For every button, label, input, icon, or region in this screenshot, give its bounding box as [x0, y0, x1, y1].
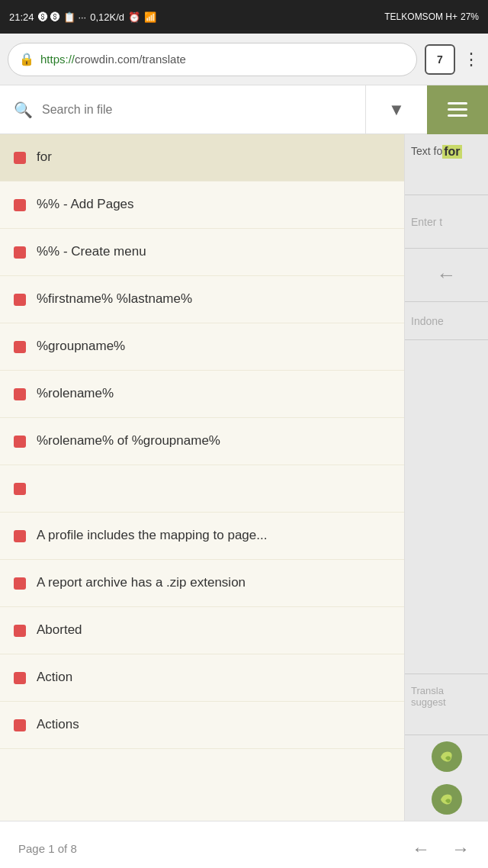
- status-dot: [14, 625, 26, 637]
- list-item[interactable]: %% - Add Pages: [0, 182, 404, 229]
- list-item-text: Action: [37, 669, 72, 686]
- list-item[interactable]: %% - Create menu: [0, 229, 404, 276]
- next-page-button[interactable]: →: [451, 838, 470, 860]
- list-item-text: %% - Create menu: [37, 243, 146, 260]
- list-item-text: A report archive has a .zip extension: [37, 574, 246, 591]
- status-time: 21:24: [9, 11, 34, 23]
- status-bar-left: 21:24 🅢 🅢 📋 ··· 0,12K/d ⏰ 📶: [9, 11, 156, 23]
- footer: Page 1 of 8 ← →: [0, 821, 488, 868]
- text-preview-section: Text fo for: [405, 134, 488, 195]
- translation-list: for %% - Add Pages %% - Create menu %fir…: [0, 134, 404, 821]
- list-item[interactable]: %rolename%: [0, 371, 404, 418]
- status-clock-icon: ⏰: [128, 11, 140, 23]
- browser-menu-button[interactable]: ⋮: [463, 50, 480, 69]
- tab-count-button[interactable]: 7: [425, 44, 455, 75]
- filter-button[interactable]: ▼: [366, 85, 427, 133]
- right-panel: Text fo for Enter t ← Indone Translasugg…: [404, 134, 488, 821]
- status-bar: 21:24 🅢 🅢 📋 ··· 0,12K/d ⏰ 📶 TELKOMSOM H+…: [0, 0, 488, 34]
- address-bar: 🔒 https://crowdin.com/translate 7 ⋮: [0, 34, 488, 85]
- list-item[interactable]: %rolename% of %groupname%: [0, 418, 404, 465]
- list-item-text: for: [37, 149, 52, 166]
- enter-translation-section[interactable]: Enter t: [405, 195, 488, 249]
- back-arrow-section[interactable]: ←: [405, 249, 488, 302]
- crowdin-logo-icon-2: [430, 783, 464, 816]
- crowdin-logo-container-2: [405, 778, 488, 821]
- search-icon: 🔍: [14, 101, 33, 119]
- list-item[interactable]: A report archive has a .zip extension: [0, 560, 404, 607]
- list-item-text: Actions: [37, 716, 79, 733]
- list-item[interactable]: Actions: [0, 702, 404, 749]
- status-dot: [14, 483, 26, 495]
- crowdin-logo-icon: [430, 740, 464, 773]
- lock-icon: 🔒: [19, 52, 34, 66]
- list-item[interactable]: A profile includes the mapping to page..…: [0, 513, 404, 560]
- status-network: 0,12K/d: [90, 11, 124, 23]
- status-carrier: TELKOMSOM H+: [384, 11, 458, 22]
- status-dot: [14, 341, 26, 353]
- status-wifi-icon: 📶: [144, 11, 156, 23]
- status-dot: [14, 436, 26, 448]
- spacer-section: [405, 340, 488, 674]
- status-dot: [14, 294, 26, 306]
- status-dot: [14, 530, 26, 542]
- status-dot: [14, 577, 26, 590]
- filter-icon: ▼: [388, 100, 405, 120]
- status-dot: [14, 246, 26, 259]
- translation-suggest-section: Translasuggest: [405, 674, 488, 735]
- list-item-text: %groupname%: [37, 338, 125, 355]
- status-bar-right: TELKOMSOM H+ 27%: [384, 11, 479, 22]
- main-content: for %% - Add Pages %% - Create menu %fir…: [0, 134, 488, 821]
- list-item-text: A profile includes the mapping to page..…: [37, 527, 267, 544]
- list-item[interactable]: Aborted: [0, 607, 404, 654]
- url-input[interactable]: 🔒 https://crowdin.com/translate: [8, 43, 417, 76]
- language-label: Indone: [411, 315, 444, 327]
- list-item-text: Aborted: [37, 622, 82, 638]
- status-dot: [14, 199, 26, 211]
- hamburger-icon: [448, 102, 467, 117]
- list-item[interactable]: [0, 465, 404, 513]
- search-area: 🔍: [0, 85, 366, 133]
- list-item[interactable]: %firstname% %lastname%: [0, 276, 404, 323]
- list-item[interactable]: for: [0, 134, 404, 182]
- status-battery: 27%: [461, 11, 479, 22]
- status-dot: [14, 719, 26, 731]
- footer-navigation: ← →: [412, 838, 470, 860]
- crowdin-logo-container: [405, 735, 488, 778]
- search-input[interactable]: [42, 103, 352, 117]
- back-arrow-icon: ←: [437, 263, 457, 287]
- status-dot: [14, 152, 26, 164]
- list-item-text: %firstname% %lastname%: [37, 291, 192, 307]
- hamburger-button[interactable]: [427, 85, 488, 134]
- enter-translation-label: Enter t: [411, 216, 442, 228]
- text-preview-label: Text fo: [411, 145, 442, 157]
- search-bar: 🔍 ▼: [0, 85, 488, 134]
- status-dot: [14, 388, 26, 400]
- language-section: Indone: [405, 302, 488, 340]
- list-item-text: %rolename% of %groupname%: [37, 432, 220, 449]
- translation-suggest-label: Translasuggest: [411, 685, 446, 708]
- list-item-text: %rolename%: [37, 385, 114, 402]
- page-info: Page 1 of 8: [18, 842, 77, 855]
- list-item-text: %% - Add Pages: [37, 196, 134, 213]
- status-icons: 🅢 🅢 📋 ···: [38, 11, 87, 23]
- list-item[interactable]: %groupname%: [0, 323, 404, 371]
- status-dot: [14, 672, 26, 684]
- url-https: https://crowdin.com/translate: [40, 53, 186, 66]
- list-item[interactable]: Action: [0, 654, 404, 702]
- prev-page-button[interactable]: ←: [412, 838, 430, 860]
- highlighted-word: for: [442, 145, 461, 159]
